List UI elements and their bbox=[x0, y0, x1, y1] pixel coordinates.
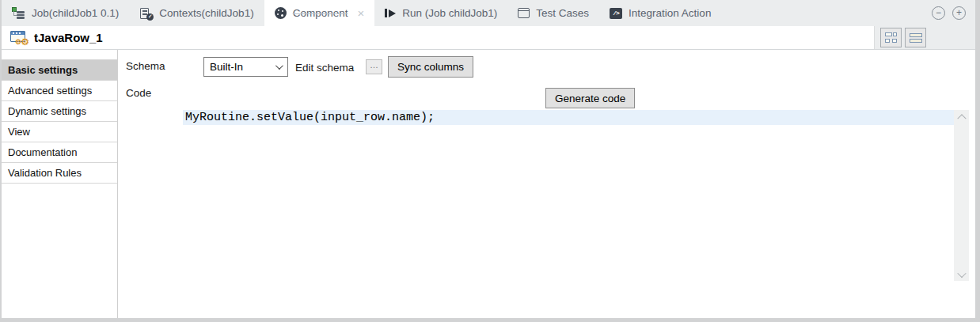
rows-layout-toggle-button[interactable] bbox=[905, 28, 926, 47]
scroll-down-icon[interactable] bbox=[957, 269, 966, 278]
tab-integration-action[interactable]: /> Integration Action bbox=[599, 0, 721, 26]
run-play-icon bbox=[385, 9, 396, 17]
scroll-up-icon[interactable] bbox=[957, 114, 966, 123]
page-title: tJavaRow_1 bbox=[34, 31, 103, 44]
rows-layout-icon bbox=[910, 33, 922, 43]
tab-test-cases[interactable]: Test Cases bbox=[507, 0, 599, 26]
layout-toggle-strip bbox=[874, 26, 975, 49]
chevron-down-icon bbox=[275, 62, 283, 70]
test-cases-window-icon bbox=[518, 8, 530, 18]
grid-layout-toggle-button[interactable] bbox=[880, 28, 902, 47]
tab-run-label: Run (Job childJob1) bbox=[402, 7, 497, 19]
basic-settings-panel: Schema Built-In Edit schema … Sync colum… bbox=[118, 50, 975, 318]
settings-sidebar: Basic settings Advanced settings Dynamic… bbox=[2, 50, 118, 318]
schema-type-value: Built-In bbox=[210, 61, 243, 73]
settings-category-list: Basic settings Advanced settings Dynamic… bbox=[2, 59, 117, 184]
view-tab-bar: Job(childJob1 0.1) ✓ Contexts(childJob1)… bbox=[2, 0, 975, 26]
tab-component[interactable]: Component × bbox=[264, 0, 375, 26]
tab-contexts-label: Contexts(childJob1) bbox=[159, 7, 253, 19]
generate-code-button[interactable]: Generate code bbox=[545, 88, 635, 108]
tab-contexts[interactable]: ✓ Contexts(childJob1) bbox=[129, 0, 264, 26]
view-window-buttons: − + bbox=[932, 0, 966, 26]
component-palette-icon bbox=[275, 7, 287, 19]
tjavarow-component-icon: ⚙ ⚙ bbox=[10, 31, 28, 44]
schema-label: Schema bbox=[126, 60, 165, 72]
tab-job[interactable]: Job(childJob1 0.1) bbox=[2, 0, 129, 26]
sidebar-item-documentation[interactable]: Documentation bbox=[2, 142, 117, 163]
edit-schema-label: Edit schema bbox=[295, 62, 354, 74]
minimize-icon[interactable]: − bbox=[932, 6, 945, 20]
sidebar-item-basic-settings[interactable]: Basic settings bbox=[2, 60, 117, 81]
tab-run[interactable]: Run (Job childJob1) bbox=[374, 0, 507, 26]
sidebar-item-view[interactable]: View bbox=[2, 122, 117, 142]
integration-action-icon: /> bbox=[610, 8, 622, 19]
window-frame: Job(childJob1 0.1) ✓ Contexts(childJob1)… bbox=[0, 0, 980, 322]
maximize-icon[interactable]: + bbox=[952, 6, 966, 20]
vertical-scrollbar[interactable] bbox=[954, 110, 969, 281]
sidebar-item-advanced-settings[interactable]: Advanced settings bbox=[2, 81, 117, 101]
close-icon[interactable]: × bbox=[357, 7, 364, 19]
sidebar-item-dynamic-settings[interactable]: Dynamic settings bbox=[2, 101, 117, 122]
sidebar-item-validation-rules[interactable]: Validation Rules bbox=[2, 163, 117, 184]
code-editor-line-1[interactable]: MyRoutine.setValue(input_row.name); bbox=[183, 110, 954, 125]
code-editor[interactable]: MyRoutine.setValue(input_row.name); bbox=[183, 110, 969, 281]
tab-test-cases-label: Test Cases bbox=[536, 7, 589, 19]
grid-layout-icon bbox=[885, 32, 897, 43]
schema-type-select[interactable]: Built-In bbox=[203, 57, 288, 77]
code-label: Code bbox=[126, 87, 151, 99]
edit-schema-ellipsis-button[interactable]: … bbox=[366, 59, 382, 74]
component-body: Basic settings Advanced settings Dynamic… bbox=[2, 50, 975, 318]
job-icon bbox=[12, 7, 25, 20]
tab-integration-action-label: Integration Action bbox=[629, 7, 711, 19]
tab-component-label: Component bbox=[293, 7, 348, 19]
tab-job-label: Job(childJob1 0.1) bbox=[32, 7, 119, 19]
contexts-icon: ✓ bbox=[139, 7, 153, 20]
component-header: ⚙ ⚙ tJavaRow_1 bbox=[2, 26, 975, 50]
sync-columns-button[interactable]: Sync columns bbox=[388, 56, 473, 78]
component-view: Job(childJob1 0.1) ✓ Contexts(childJob1)… bbox=[2, 0, 975, 318]
